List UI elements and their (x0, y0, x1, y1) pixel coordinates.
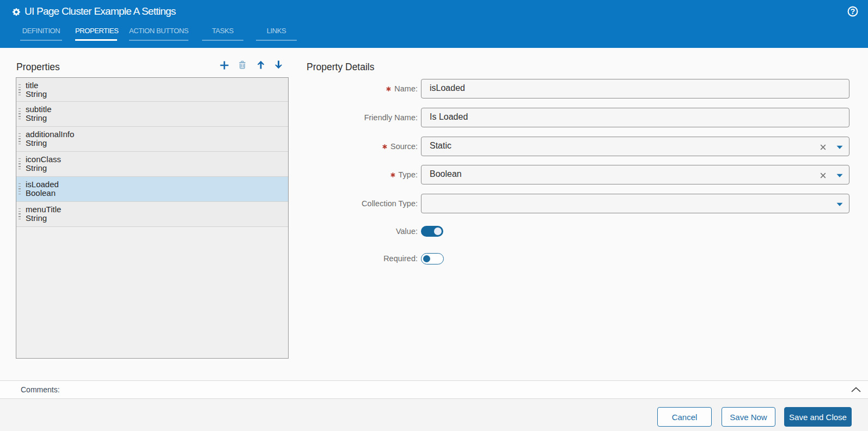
svg-text:?: ? (851, 7, 855, 16)
